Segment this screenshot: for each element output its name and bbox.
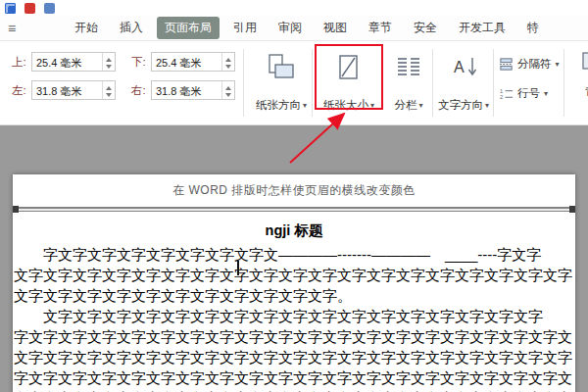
margins-row-left-right: 左: 31.8 毫米 右: 31.8 毫米 — [12, 80, 235, 100]
paper-size-label: 纸张大小 ▾ — [323, 98, 374, 120]
tab-dev-tools[interactable]: 开发工具 — [451, 17, 514, 39]
document-tab-icon[interactable] — [44, 3, 55, 14]
columns-text: 分栏 — [394, 98, 416, 113]
tab-view[interactable]: 视图 — [316, 17, 355, 39]
toolbar-separator — [564, 49, 564, 117]
text-line[interactable]: 文字文字文字文字文字文字文字文字文字文字文字。 — [14, 285, 574, 306]
margin-left-label: 左: — [12, 83, 31, 98]
margin-bottom-label: 下: — [131, 55, 151, 70]
margin-right-input[interactable]: 31.8 毫米 — [151, 80, 235, 100]
text-line[interactable]: 文字文字文字文字文字文字文字文字文字文字文字文字文字文字文字文字文字文字文字 — [14, 388, 574, 392]
text-direction-text: 文字方向 — [438, 98, 483, 113]
margin-bottom-value: 25.4 毫米 — [152, 53, 221, 71]
line-numbers-button[interactable]: 1 2 行号 ▾ — [499, 86, 548, 101]
line-numbers-icon: 1 2 — [499, 86, 514, 101]
dropdown-arrow-icon: ▾ — [485, 101, 489, 110]
toolbar-separator — [243, 49, 244, 117]
svg-text:1: 1 — [500, 88, 503, 94]
paper-size-icon — [334, 52, 364, 83]
margin-right-value: 31.8 毫米 — [152, 81, 221, 99]
margins-row-top-bottom: 上: 25.4 毫米 下: 25.4 毫米 — [12, 52, 235, 72]
margin-bottom-input[interactable]: 25.4 毫米 — [151, 52, 235, 72]
dropdown-arrow-icon: ▾ — [303, 101, 307, 110]
breaks-button[interactable]: 分隔符 ▾ — [499, 57, 560, 72]
document-body: 字文字文字文字文字文字文字文字文————-------———— ____----… — [13, 244, 575, 392]
text-line[interactable]: 字文字文字文字文字文字文字文字文————-------———— ____----… — [14, 244, 574, 265]
text-cursor — [237, 261, 239, 275]
margin-top-value: 25.4 毫米 — [32, 53, 102, 71]
breaks-text: 分隔符 — [517, 57, 552, 72]
tab-references[interactable]: 引用 — [225, 17, 265, 39]
ribbon-toolbar: 上: 25.4 毫米 下: 25.4 毫米 左: 31.8 毫米 右: — [0, 41, 588, 125]
margin-top-stepper[interactable] — [102, 53, 115, 71]
rule-handle-left[interactable] — [13, 206, 19, 213]
page-header-text: 在 WORD 排版时怎样使页眉的横线改变颜色 — [13, 182, 575, 199]
margin-left-value: 31.8 毫米 — [32, 81, 102, 99]
page-break-icon — [499, 57, 514, 72]
text-direction-icon: A — [449, 52, 478, 83]
dropdown-arrow-icon: ▾ — [418, 101, 422, 110]
columns-button[interactable]: 分栏 ▾ — [386, 45, 431, 120]
columns-icon — [394, 52, 423, 83]
tab-section[interactable]: 章节 — [361, 17, 400, 39]
svg-text:A: A — [454, 59, 465, 75]
text-line[interactable]: 字文字文字文字文字文字文字文字文字文字文字文字文字文字文字文字文字文字文字文 — [14, 326, 574, 347]
dropdown-arrow-icon: ▾ — [544, 89, 548, 98]
page-margins-group: 上: 25.4 毫米 下: 25.4 毫米 左: 31.8 毫米 右: — [12, 52, 235, 109]
paper-orientation-icon — [267, 52, 296, 83]
paper-size-text: 纸张大小 — [323, 98, 368, 113]
margin-top-label: 上: — [12, 55, 31, 70]
text-line[interactable]: 文字文字文字文字文字文字文字文字文字文字文字文字文字文字文字文字文字 — [14, 306, 574, 326]
tab-special-features[interactable]: 特 — [519, 17, 547, 39]
background-icon — [581, 51, 588, 71]
margin-left-input[interactable]: 31.8 毫米 — [31, 80, 116, 100]
margin-left-stepper[interactable] — [102, 81, 115, 99]
margin-bottom-stepper[interactable] — [221, 53, 234, 71]
tab-insert[interactable]: 插入 — [112, 17, 151, 39]
svg-text:2: 2 — [500, 94, 503, 100]
toolbar-separator — [432, 49, 433, 117]
tab-review[interactable]: 审阅 — [270, 17, 310, 39]
background-button[interactable]: 背 — [571, 51, 588, 99]
rule-handle-right[interactable] — [569, 206, 575, 213]
margin-right-stepper[interactable] — [221, 81, 234, 99]
app-logo-icon[interactable] — [24, 3, 35, 14]
document-area: 在 WORD 排版时怎样使页眉的横线改变颜色 ngji 标题 字文字文字文字文字… — [0, 125, 588, 392]
text-direction-button[interactable]: A 文字方向 ▾ — [435, 45, 492, 120]
wps-window: ≡ 开始 插入 页面布局 引用 审阅 视图 章节 安全 开发工具 特 上: 25… — [0, 0, 588, 392]
line-numbers-text: 行号 — [517, 86, 540, 101]
margin-top-input[interactable]: 25.4 毫米 — [31, 52, 116, 72]
toolbar-separator — [493, 49, 494, 117]
text-direction-label: 文字方向 ▾ — [438, 98, 489, 120]
paper-orientation-button[interactable]: 纸张方向 ▾ — [251, 45, 312, 120]
text-line[interactable]: 文字文字文字文字文字文字文字文字文字文字文字文字文字文字文字文字文字文字文字 — [14, 347, 574, 368]
margin-right-label: 右: — [131, 83, 151, 98]
document-title[interactable]: ngji 标题 — [13, 221, 575, 240]
window-icon[interactable] — [5, 3, 16, 14]
document-page[interactable]: 在 WORD 排版时怎样使页眉的横线改变颜色 ngji 标题 字文字文字文字文字… — [13, 174, 575, 392]
tab-security[interactable]: 安全 — [406, 17, 445, 39]
paper-orientation-text: 纸张方向 — [256, 98, 301, 113]
columns-label: 分栏 ▾ — [394, 98, 422, 120]
tab-start[interactable]: 开始 — [67, 17, 106, 39]
menu-icon[interactable]: ≡ — [8, 21, 27, 36]
header-rule — [13, 207, 575, 212]
paper-orientation-label: 纸张方向 ▾ — [256, 98, 307, 120]
ribbon-tab-bar: ≡ 开始 插入 页面布局 引用 审阅 视图 章节 安全 开发工具 特 — [0, 16, 588, 41]
text-line[interactable]: 字文字文字文字文字文字文字文字文字文字文字文字文字文字文字文字文字文字文字文 — [14, 368, 574, 388]
dropdown-arrow-icon: ▾ — [556, 60, 560, 69]
quick-access-bar — [0, 0, 588, 16]
text-line[interactable]: 文字文字文字文字文字文字文字文字文字文字文字文字文字文字文字文字文字文字文字 — [14, 265, 574, 285]
dropdown-arrow-icon: ▾ — [370, 101, 374, 110]
toolbar-separator — [312, 49, 313, 117]
paper-size-button[interactable]: 纸张大小 ▾ — [318, 45, 379, 120]
tab-page-layout[interactable]: 页面布局 — [157, 17, 220, 39]
